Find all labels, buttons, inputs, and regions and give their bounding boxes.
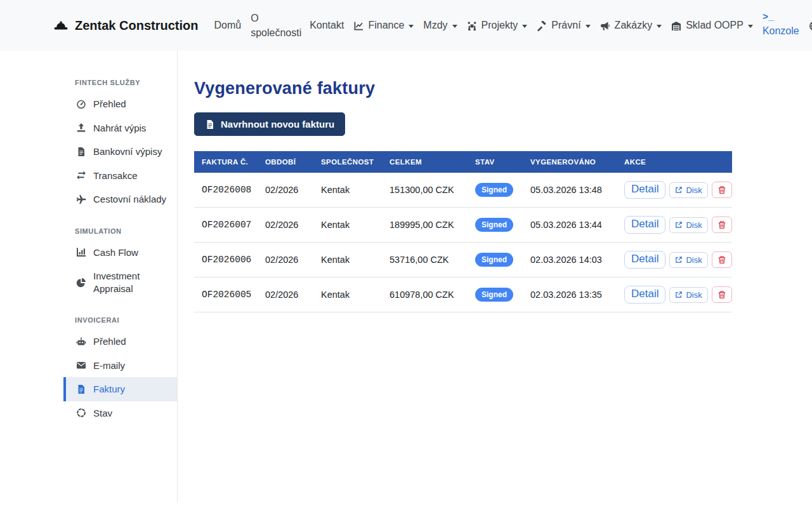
new-invoice-button[interactable]: Navrhnout novou fakturu	[194, 112, 345, 136]
sidebar-item-label: Cestovní náklady	[93, 193, 166, 206]
sidebar: FINTECH SLUŽBY Přehled Nahrát výpis Bank…	[0, 51, 178, 503]
column-header-vygenerovano: VYGENEROVÁNO	[523, 151, 617, 173]
sidebar-item-prehled[interactable]: Přehled	[63, 92, 177, 116]
bullhorn-icon	[600, 20, 610, 30]
invoice-total: 189995,00 CZK	[382, 208, 468, 243]
upload-icon	[76, 123, 86, 133]
external-link-icon	[675, 186, 683, 194]
plane-icon	[76, 194, 86, 204]
nav-label: Finance	[368, 18, 404, 32]
nav-item-language[interactable]: CS	[809, 18, 812, 32]
delete-button[interactable]	[712, 286, 732, 303]
sidebar-item-transakce[interactable]: Transakce	[63, 164, 177, 188]
invoice-icon	[76, 384, 86, 394]
nav-item-konzole[interactable]: >_ Konzole	[763, 13, 799, 38]
sidebar-item-label: E-maily	[93, 359, 125, 372]
chevron-down-icon	[748, 25, 753, 28]
detail-button[interactable]: Detail	[624, 251, 665, 269]
delete-button[interactable]	[712, 217, 732, 233]
column-header-obdobi: OBDOBÍ	[258, 151, 313, 173]
sidebar-section-simulation: SIMULATION Cash Flow Investment Appraisa…	[63, 227, 177, 301]
disk-button[interactable]: Disk	[669, 252, 707, 268]
sidebar-item-cash-flow[interactable]: Cash Flow	[63, 241, 177, 265]
disk-button[interactable]: Disk	[669, 182, 707, 198]
sidebar-section-title: FINTECH SLUŽBY	[75, 79, 166, 86]
sidebar-item-prehled-ai[interactable]: Přehled	[63, 330, 177, 354]
column-header-celkem: CELKEM	[382, 151, 468, 173]
disk-button-label: Disk	[686, 185, 702, 195]
delete-button[interactable]	[712, 182, 732, 198]
nav-label: Sklad OOPP	[686, 18, 743, 32]
nav-item-mzdy[interactable]: Mzdy	[423, 18, 457, 32]
invoice-period: 02/2026	[258, 173, 313, 208]
external-link-icon	[675, 256, 683, 264]
pie-chart-icon	[76, 277, 86, 288]
sidebar-item-label: Transakce	[93, 170, 137, 182]
nav-label: Právní	[551, 18, 580, 32]
invoice-company: Kentak	[313, 243, 382, 277]
status-badge: Signed	[475, 183, 513, 197]
invoice-row: OF2026008 02/2026 Kentak 151300,00 CZK S…	[194, 173, 732, 208]
external-link-icon	[675, 221, 683, 229]
disk-button-label: Disk	[686, 220, 702, 230]
invoice-number: OF2026008	[194, 173, 258, 208]
sidebar-item-investment-appraisal[interactable]: Investment Appraisal	[63, 264, 177, 300]
gavel-icon	[537, 20, 547, 30]
column-header-akce: AKCE	[617, 151, 732, 173]
disk-button[interactable]: Disk	[669, 287, 707, 303]
detail-button[interactable]: Detail	[624, 216, 665, 234]
invoices-table-header: FAKTURA Č. OBDOBÍ SPOLEČNOST CELKEM STAV…	[194, 151, 732, 173]
main-content: Vygenerované faktury Navrhnout novou fak…	[178, 51, 812, 503]
invoice-actions-cell: Detail Disk	[617, 208, 732, 243]
invoice-generated: 05.03.2026 13:44	[523, 208, 617, 243]
nav-label: Konzole	[763, 23, 799, 38]
invoice-company: Kentak	[313, 277, 382, 312]
nav-item-sklad-oopp[interactable]: Sklad OOPP	[671, 18, 753, 32]
nav-item-kontakt[interactable]: Kontakt	[310, 18, 344, 32]
invoice-actions-cell: Detail Disk	[617, 173, 732, 208]
invoice-company: Kentak	[313, 208, 382, 243]
column-header-stav: STAV	[468, 151, 523, 173]
nav-item-o-spolecnosti[interactable]: O společnosti	[251, 11, 300, 40]
detail-button[interactable]: Detail	[624, 181, 665, 199]
detail-button[interactable]: Detail	[624, 286, 665, 304]
sidebar-item-label: Stav	[93, 407, 112, 420]
chevron-down-icon	[409, 25, 414, 28]
terminal-icon: >_	[763, 13, 774, 22]
page-title: Vygenerované faktury	[194, 79, 812, 98]
sidebar-section-title: INVOICERAI	[75, 316, 166, 324]
top-navbar: Zentak Construction Domů O společnosti K…	[0, 0, 812, 51]
nav-item-projekty[interactable]: Projekty	[467, 18, 528, 32]
invoice-period: 02/2026	[258, 243, 313, 277]
brand[interactable]: Zentak Construction	[53, 18, 198, 33]
nav-item-domu[interactable]: Domů	[214, 18, 241, 32]
invoice-actions-cell: Detail Disk	[617, 277, 732, 312]
nav-item-finance[interactable]: Finance	[353, 18, 414, 32]
sidebar-item-nahrat-vypis[interactable]: Nahrát výpis	[63, 116, 177, 140]
sidebar-item-emaily[interactable]: E-maily	[63, 354, 177, 378]
trash-icon	[717, 185, 726, 194]
chevron-down-icon	[522, 25, 527, 28]
sidebar-item-stav[interactable]: Stav	[63, 401, 177, 425]
chart-line-icon	[353, 20, 363, 30]
chevron-down-icon	[586, 25, 591, 28]
sidebar-section-fintech: FINTECH SLUŽBY Přehled Nahrát výpis Bank…	[63, 79, 177, 211]
invoice-period: 02/2026	[258, 208, 313, 243]
invoice-company: Kentak	[313, 173, 382, 208]
disk-button[interactable]: Disk	[669, 217, 707, 233]
brand-name: Zentak Construction	[75, 18, 198, 33]
envelope-icon	[76, 360, 86, 370]
invoice-status-cell: Signed	[468, 243, 523, 277]
sidebar-item-faktury[interactable]: Faktury	[63, 377, 177, 401]
page-layout: FINTECH SLUŽBY Přehled Nahrát výpis Bank…	[0, 51, 812, 503]
delete-button[interactable]	[712, 251, 732, 268]
invoice-period: 02/2026	[258, 277, 313, 312]
sidebar-item-cestovni-naklady[interactable]: Cestovní náklady	[63, 187, 177, 211]
invoice-row: OF2026005 02/2026 Kentak 610978,00 CZK S…	[194, 277, 732, 312]
nav-item-zakazky[interactable]: Zakázky	[600, 18, 662, 32]
sidebar-item-label: Cash Flow	[93, 246, 138, 259]
status-badge: Signed	[475, 288, 513, 302]
nav-item-pravni[interactable]: Právní	[537, 18, 590, 32]
invoice-number: OF2026007	[194, 208, 258, 243]
sidebar-item-bankovni-vypisy[interactable]: Bankovní výpisy	[63, 140, 177, 164]
